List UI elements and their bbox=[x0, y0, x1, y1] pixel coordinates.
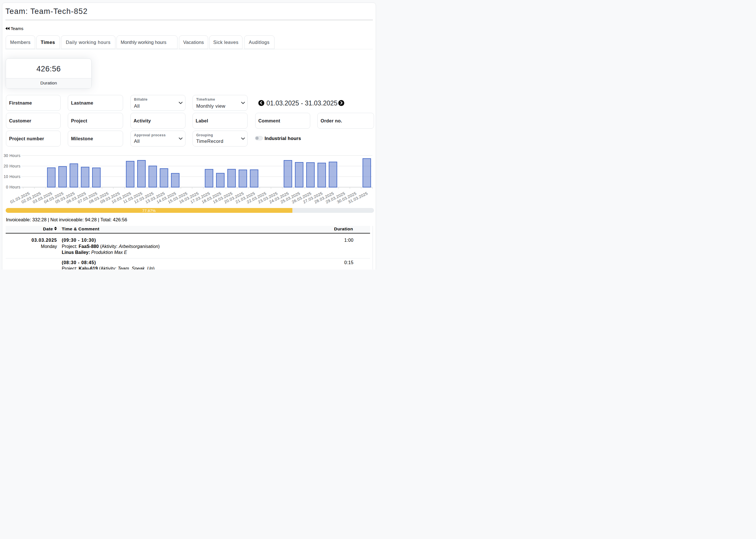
svg-text:30 Hours: 30 Hours bbox=[4, 153, 20, 158]
svg-text:10 Hours: 10 Hours bbox=[4, 174, 20, 179]
svg-text:20 Hours: 20 Hours bbox=[4, 164, 20, 168]
svg-text:0 Hours: 0 Hours bbox=[6, 185, 20, 189]
